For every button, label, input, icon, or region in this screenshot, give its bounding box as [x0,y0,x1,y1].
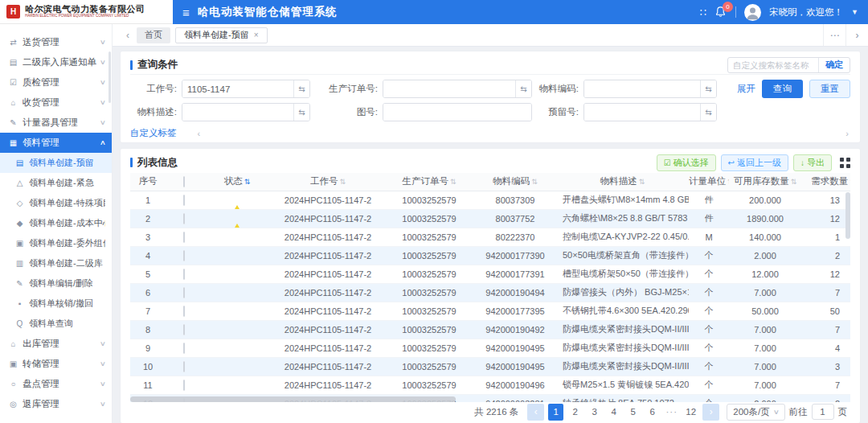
page-number-5[interactable]: 5 [625,404,641,421]
sidebar-item-转储管理[interactable]: ▣转储管理∨ [0,354,112,374]
job-input[interactable] [182,80,293,97]
page-size-select[interactable]: 200条/页 ∨ [727,404,784,421]
sort-icon[interactable]: ⇅ [450,178,457,186]
row-checkbox[interactable] [183,343,185,354]
sort-icon[interactable]: ⇅ [727,178,729,186]
page-number-1[interactable]: 1 [548,404,563,421]
row-checkbox[interactable] [183,324,185,335]
tab-more-icon[interactable]: ⋯ [823,24,845,46]
prev-page-icon[interactable]: ‹ [527,404,544,421]
export-button[interactable]: ↓导出 [793,154,832,171]
sidebar-item-领料单创建-紧急[interactable]: △领料单创建-紧急 [0,173,112,193]
row-checkbox[interactable] [183,361,185,372]
tab-material-create-reserve[interactable]: 领料单创建-预留 × [175,27,268,43]
tab-scroll-right-icon[interactable]: › [845,24,868,46]
sidebar-item-收货管理[interactable]: ⌂收货管理∨ [0,92,112,113]
table-row[interactable]: 32024HPC1105-1147-21000325257980222370控制… [130,228,850,246]
fullscreen-icon[interactable]: ∷ [700,6,706,18]
table-row[interactable]: 52024HPC1105-1147-2100032525799420001773… [130,265,850,283]
sidebar-scrollbar[interactable] [108,51,111,103]
sidebar-item-二级库入库通知单[interactable]: ▤二级库入库通知单∨ [0,52,112,72]
desc-input[interactable] [182,104,293,121]
tag-confirm-button[interactable]: 确定 [818,58,850,72]
table-row[interactable]: 82024HPC1105-1147-2100032525799420001904… [130,320,850,339]
row-checkbox[interactable] [183,306,185,317]
multi-value-icon[interactable]: ⇆ [293,104,309,121]
row-checkbox[interactable] [183,380,185,391]
sort-icon[interactable]: ⇅ [850,178,850,186]
multi-value-icon[interactable]: ⇆ [700,104,716,121]
code-input[interactable] [584,80,700,97]
back-up-level-button[interactable]: ↩返回上一级 [721,154,788,171]
page-number-3[interactable]: 3 [587,404,602,421]
multi-value-icon[interactable]: ⇆ [700,80,716,97]
row-checkbox[interactable] [183,287,185,298]
row-checkbox[interactable] [183,213,185,224]
sort-icon[interactable]: ⇅ [791,178,797,186]
tags-scroll-right-icon[interactable]: › [845,129,849,138]
sidebar-item-领料单创建-预留[interactable]: ▤领料单创建-预留 [0,153,112,173]
column-header-stock[interactable]: 可用库存数量⇅ [729,173,801,191]
sort-icon[interactable]: ⇅ [639,178,645,186]
user-menu-caret-icon[interactable]: ▼ [851,8,858,16]
sidebar-item-领料管理[interactable]: ▦领料管理∧ [0,133,112,153]
select-all-checkbox[interactable] [183,176,185,187]
column-header-job[interactable]: 工作号⇅ [272,173,384,191]
column-header-status[interactable]: 状态⇅ [203,173,272,191]
expand-link[interactable]: 展开 [737,83,755,95]
page-number-2[interactable]: 2 [567,404,583,421]
custom-tag-name-input[interactable] [728,60,818,70]
table-row[interactable]: 102024HPC1105-1147-210003252579942000190… [130,357,850,376]
page-number-12[interactable]: 12 [683,404,698,421]
table-horizontal-scrollbar[interactable] [130,396,456,402]
sort-icon[interactable]: ⇅ [244,178,251,186]
drawing-input[interactable] [383,104,531,121]
sidebar-item-出库管理[interactable]: ⌂出库管理∨ [0,334,112,354]
goto-page-input[interactable] [812,404,834,420]
sidebar-item-领料单创建-特殊项目[interactable]: ◇领料单创建-特殊项目 [0,193,112,213]
table-vertical-scrollbar[interactable] [845,192,850,239]
custom-tags-link[interactable]: 自定义标签 [130,127,177,139]
row-checkbox[interactable] [183,250,185,261]
sidebar-item-领料单创建-委外组件[interactable]: ▣领料单创建-委外组件 [0,233,112,253]
sidebar-item-领料单核销/撤回[interactable]: ▪领料单核销/撤回 [0,294,112,314]
reset-button[interactable]: 重置 [809,80,850,98]
notification-bell-icon[interactable]: 0 [714,6,727,18]
table-row[interactable]: 62024HPC1105-1147-2100032525799420001904… [130,283,850,302]
table-row[interactable]: 92024HPC1105-1147-2100032525799420001904… [130,339,850,357]
page-number-4[interactable]: 4 [606,404,621,421]
column-header-desc[interactable]: 物料描述⇅ [556,173,689,191]
next-page-icon[interactable]: › [702,404,719,421]
multi-value-icon[interactable]: ⇆ [515,80,531,97]
sort-icon[interactable]: ⇅ [531,178,538,186]
welcome-text[interactable]: 宋晓明，欢迎您！ [769,6,843,18]
table-row[interactable]: 112024HPC1105-1147-210003252579942000190… [130,376,850,394]
search-button[interactable]: 查询 [762,80,803,98]
column-header-order[interactable]: 生产订单号⇅ [384,173,474,191]
column-header-code[interactable]: 物料编码⇅ [474,173,556,191]
tab-close-icon[interactable]: × [254,31,259,39]
sidebar-item-领料单编辑/删除[interactable]: ✎领料单编辑/删除 [0,273,112,294]
tab-scroll-left-icon[interactable]: ‹ [119,30,137,41]
row-checkbox[interactable] [183,269,185,280]
sidebar-item-退库管理[interactable]: ◎退库管理∨ [0,394,112,414]
sidebar-item-盘点管理[interactable]: ○盘点管理∨ [0,374,112,394]
sidebar-item-计量器具管理[interactable]: ✎计量器具管理∨ [0,113,112,133]
reserve-input[interactable] [584,104,700,121]
page-number-6[interactable]: 6 [645,404,660,421]
sidebar-item-领料单创建-二级库[interactable]: ▥领料单创建-二级库 [0,253,112,273]
table-row[interactable]: 12024HPC1105-1147-21000325257980037309开槽… [130,191,850,209]
row-checkbox[interactable] [183,195,185,206]
collapse-menu-icon[interactable]: ≡ [182,6,190,18]
column-settings-icon[interactable] [840,158,850,168]
table-row[interactable]: 22024HPC1105-1147-21000325257980037752六角… [130,209,850,228]
row-checkbox[interactable] [183,232,185,243]
tab-home[interactable]: 首页 [137,27,170,43]
sort-icon[interactable]: ⇅ [339,178,346,186]
column-header-unit[interactable]: 计量单位⇅ [689,173,729,191]
confirm-select-button[interactable]: ☑确认选择 [657,154,716,171]
sidebar-item-送货管理[interactable]: ⇄送货管理∨ [0,32,112,52]
column-header-demand[interactable]: 需求数量⇅ [801,173,850,191]
sidebar-item-领料单创建-成本中心[interactable]: ◆领料单创建-成本中心 [0,213,112,233]
sidebar-item-领料单查询[interactable]: Q领料单查询 [0,314,112,334]
